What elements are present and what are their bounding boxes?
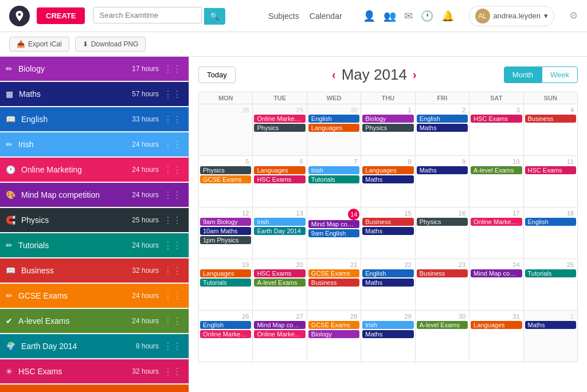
user-badge[interactable]: AL andrea.leyden ▾ [469,6,554,26]
calendar-day-cell[interactable]: 27Mind Map competitionOnline Marketing [253,311,307,362]
month-view-button[interactable]: Month [504,66,542,83]
gear-icon[interactable]: ⚙ [569,10,578,22]
calendar-day-cell[interactable]: 9Maths [415,156,469,207]
sidebar-item-irish[interactable]: ✏ Irish 24 hours ⋮⋮ [0,132,189,156]
calendar-day-cell[interactable]: 129am Biology10am Maths1pm Physics [199,207,253,259]
search-input[interactable] [93,7,202,23]
calendar-day-cell[interactable]: 17Online Marketing [469,207,523,259]
calendar-day-cell[interactable]: 16Physics [415,207,469,259]
drag-handle-icon[interactable]: ⋮⋮ [163,114,182,125]
calendar-day-cell[interactable]: 28 [199,104,253,156]
calendar-event[interactable]: Business [308,279,359,287]
sidebar-item-tutorials[interactable]: ✏ Tutorials 24 hours ⋮⋮ [0,233,189,257]
calendar-event[interactable]: Maths [362,330,413,338]
calendar-day-cell[interactable]: 18English [523,207,577,259]
calendar-day-cell[interactable]: 29Online MarketingPhysics [253,104,307,156]
calendar-event[interactable]: 1pm Physics [200,236,251,244]
calendar-event[interactable]: Tutorials [200,279,251,287]
calendar-event[interactable]: Biology [308,330,359,338]
calendar-day-cell[interactable]: 15BusinessMaths [361,207,415,259]
drag-handle-icon[interactable]: ⋮⋮ [163,190,182,201]
calendar-event[interactable]: Languages [254,166,305,174]
calendar-event[interactable]: HSC Exams [254,175,305,183]
bell-icon[interactable]: 🔔 [441,10,454,22]
drag-handle-icon[interactable]: ⋮⋮ [163,366,182,377]
calendar-event[interactable]: Online Marketing [254,330,305,338]
calendar-event[interactable]: Physics [362,124,413,132]
drag-handle-icon[interactable]: ⋮⋮ [163,316,182,327]
calendar-event[interactable]: Earth Day 2014 [254,227,305,235]
drag-handle-icon[interactable]: ⋮⋮ [163,240,182,251]
sidebar-item-business[interactable]: 📖 Business 32 hours ⋮⋮ [0,258,189,283]
calendar-day-cell[interactable]: 26EnglishOnline Marketing [199,311,253,362]
sidebar-item-physics[interactable]: 🧲 Physics 25 hours ⋮⋮ [0,208,189,232]
calendar-event[interactable]: Tutorials [525,269,576,277]
calendar-event[interactable]: Languages [200,269,251,277]
calendar-day-cell[interactable]: 5PhysicsGCSE Exams [199,156,253,207]
drag-handle-icon[interactable]: ⋮⋮ [163,64,182,75]
week-view-button[interactable]: Week [542,66,578,83]
calendar-event[interactable]: Maths [525,321,576,329]
profile-icon[interactable]: 👤 [363,10,375,22]
calendar-event[interactable]: Biology [362,115,413,123]
calendar-day-cell[interactable]: 1Maths [523,311,577,362]
calendar-day-cell[interactable]: 25Tutorials [523,259,577,311]
calendar-day-cell[interactable]: 21GCSE ExamsBusiness [307,259,361,311]
calendar-event[interactable]: Physics [200,166,251,174]
calendar-event[interactable]: Languages [362,166,413,174]
calendar-event[interactable]: English [525,218,576,226]
calendar-event[interactable]: Maths [362,227,413,235]
drag-handle-icon[interactable]: ⋮⋮ [163,215,182,226]
calendar-event[interactable]: GCSE Exams [308,321,359,329]
calendar-day-cell[interactable]: 7IrishTutorials [307,156,361,207]
calendar-event[interactable]: Online Marketing [254,115,305,123]
nav-calendar[interactable]: Calendar [310,11,342,21]
calendar-day-cell[interactable]: 28GCSE ExamsBiology [307,311,361,362]
calendar-day-cell[interactable]: 29IrishMaths [361,311,415,362]
calendar-event[interactable]: Business [525,115,576,123]
calendar-day-cell[interactable]: 11HSC Exams [523,156,577,207]
calendar-event[interactable]: GCSE Exams [308,269,359,277]
calendar-event[interactable]: Irish [362,321,413,329]
calendar-day-cell[interactable]: 3HSC Exams [469,104,523,156]
calendar-event[interactable]: 9am Biology [200,218,251,226]
calendar-day-cell[interactable]: 30EnglishLanguages [307,104,361,156]
next-month-arrow[interactable]: › [413,68,417,81]
calendar-day-cell[interactable]: 19LanguagesTutorials [199,259,253,311]
calendar-event[interactable]: HSC Exams [525,166,576,174]
calendar-event[interactable]: HSC Exams [254,269,305,277]
calendar-day-cell[interactable]: 4Business [523,104,577,156]
calendar-day-cell[interactable]: 6LanguagesHSC Exams [253,156,307,207]
today-button[interactable]: Today [198,66,236,83]
create-button[interactable]: CREATE [37,7,85,24]
drag-handle-icon[interactable]: ⋮⋮ [163,139,182,150]
sidebar-item-online-marketing[interactable]: 🕐 Online Marketing 24 hours ⋮⋮ [0,158,189,182]
search-button[interactable]: 🔍 [204,8,225,25]
sidebar-item-a-level-exams[interactable]: ✔ A-level Exams 24 hours ⋮⋮ [0,309,189,333]
calendar-event[interactable]: English [200,321,251,329]
calendar-day-cell[interactable]: 20HSC ExamsA-level Exams [253,259,307,311]
sidebar-item-languages[interactable]: ✷ Languages 32 hours ⋮⋮ [0,385,189,392]
history-icon[interactable]: 🕐 [421,10,433,22]
calendar-day-cell[interactable]: 24Mind Map competition [469,259,523,311]
nav-subjects[interactable]: Subjects [268,11,299,21]
calendar-day-cell[interactable]: 23Business [415,259,469,311]
calendar-day-cell[interactable]: 30A-level Exams [415,311,469,362]
sidebar-item-biology[interactable]: ✏ Biology 17 hours ⋮⋮ [0,57,189,81]
calendar-event[interactable]: Maths [362,175,413,183]
calendar-event[interactable]: 9am English [308,229,359,237]
sidebar-item-hsc-exams[interactable]: ✳ HSC Exams 32 hours ⋮⋮ [0,359,189,383]
calendar-day-cell[interactable]: 22EnglishMaths [361,259,415,311]
calendar-event[interactable]: English [417,115,468,123]
calendar-event[interactable]: Tutorials [308,175,359,183]
calendar-event[interactable]: Languages [471,321,522,329]
calendar-event[interactable]: A-level Exams [471,166,522,174]
calendar-event[interactable]: Irish [254,218,305,226]
calendar-event[interactable]: 10am Maths [200,227,251,235]
calendar-day-cell[interactable]: 1BiologyPhysics [361,104,415,156]
calendar-event[interactable]: Languages [308,124,359,132]
calendar-event[interactable]: Business [362,218,413,226]
calendar-event[interactable]: English [362,269,413,277]
calendar-day-cell[interactable]: 31Languages [469,311,523,362]
calendar-event[interactable]: A-level Exams [417,321,468,329]
